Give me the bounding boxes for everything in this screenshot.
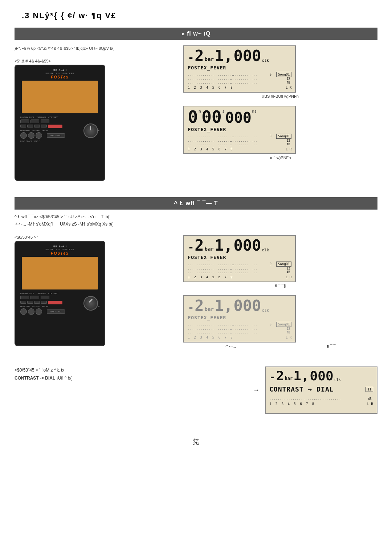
section-2-content: <$0/53"45 > ' MR-8mkII DIGITAL MULTITRAC… bbox=[0, 230, 392, 354]
ctrl-btn-2-4[interactable] bbox=[41, 301, 47, 304]
lcd-3-minus: - bbox=[188, 242, 194, 252]
ctrl-btn-2-3[interactable] bbox=[34, 301, 40, 304]
lcd-2-marker2: 12 bbox=[286, 139, 291, 142]
lcd-3-track1: .....................…........... 0 Song… bbox=[188, 262, 291, 267]
lcd-1-minus: - bbox=[188, 53, 194, 63]
lcd-2-ms: ms bbox=[252, 109, 257, 113]
lcd-4-track3: ....................…............ 4B bbox=[188, 331, 291, 334]
lcd-3-dots3: ....................…............ bbox=[188, 271, 285, 274]
lcd-panel-1: - 2 bar 1, 000 clk FOSTEX_FEVER ........… bbox=[183, 45, 296, 93]
ctrl-btn-3[interactable] bbox=[34, 125, 40, 127]
lcd-c-digits: 000 bbox=[310, 369, 334, 382]
section-2-header: ^ Ł wfl ¯ ¯— T bbox=[15, 197, 377, 210]
lcd-3-marker1: 0 bbox=[270, 263, 275, 266]
lcd-4-dots2: ....................…............ bbox=[188, 327, 285, 331]
lcd-2-track1: .....................…........... 0 Song… bbox=[188, 134, 291, 139]
lcd-1-tracks: .....................…........... 0 Song… bbox=[188, 72, 291, 84]
btn-bri-2[interactable] bbox=[36, 308, 42, 315]
btn-natural-label-2: NATURAL bbox=[32, 305, 40, 308]
lcd-4-annotation2: fl ¯ ¯ bbox=[327, 344, 336, 348]
lcd-2-songbox: Song01 bbox=[276, 134, 292, 139]
lcd-3-bar: bar bbox=[205, 246, 214, 252]
lcd-4-marker1: 0 bbox=[270, 323, 275, 326]
lcd-2-numbers: 1 2 3 4 5 6 7 8 bbox=[188, 147, 233, 151]
lcd-4-dots1: .....................…........... bbox=[188, 323, 268, 326]
btn-bri[interactable] bbox=[36, 132, 42, 139]
lcd-c-lr: L R bbox=[367, 402, 373, 406]
lcd-4-digits: 000 bbox=[233, 298, 261, 313]
lcd-c-marker3: 4B bbox=[368, 397, 373, 401]
btn-nat[interactable] bbox=[28, 132, 34, 139]
btn-mastering[interactable]: MASTERING bbox=[47, 133, 65, 138]
lcd-4-marker2: 12 bbox=[286, 327, 291, 331]
lcd-display-3: - 2 bar 1, 000 clk FOSTEX_FEVER ........… bbox=[183, 235, 377, 288]
lcd-c-meter: 1 2 3 4 5 6 7 8 L R bbox=[269, 402, 373, 406]
lcd-1-dots3: ....................…............ bbox=[188, 81, 285, 84]
section-1-right: - 2 bar 1, 000 clk FOSTEX_FEVER ........… bbox=[183, 45, 377, 160]
lcd-4-comma: 1, bbox=[215, 298, 233, 313]
btn-bright-label: BRIGHT bbox=[42, 129, 49, 131]
section-1-left: )PNFh w 6p <5*.& #"4& 4&-&$5> ' !b]qtz» … bbox=[15, 45, 176, 181]
btn-bright-label-2: BRIGHT bbox=[42, 305, 49, 308]
btn-bounce[interactable] bbox=[48, 125, 62, 128]
contrast-arrow-panel: → - 2 har 1, 000 clk CONTRAST → DIAL 11 bbox=[253, 366, 377, 414]
lcd-2-lr: L R bbox=[286, 147, 291, 151]
lcd-c-num: 2 bbox=[276, 369, 284, 382]
lcd-2-m: m bbox=[199, 109, 201, 113]
mr8-device-1: MR-8mkII DIGITAL MULTITRACKER FOSTex RHY… bbox=[15, 65, 105, 181]
lcd-2-dots1: .....................…........... bbox=[188, 135, 268, 138]
lcd-4-tracks: .....................…........... 0 Song… bbox=[188, 322, 291, 334]
section-1-description: )PNFh w 6p <5*.& #"4& 4&-&$5> ' !b]qtz» … bbox=[15, 45, 176, 52]
ctrl-btn-2-1[interactable] bbox=[20, 301, 26, 304]
lcd-4-bar: bar bbox=[205, 306, 214, 312]
lcd-1-clk: clk bbox=[262, 58, 269, 63]
btn-bounce-2[interactable] bbox=[48, 301, 62, 304]
btn-contrast[interactable] bbox=[41, 119, 49, 123]
btn-timebase-2[interactable] bbox=[30, 296, 39, 299]
contrast-label-bold: CONTRAST -> DIAL bbox=[15, 376, 55, 381]
lcd-1-songbox: Song01 bbox=[276, 72, 292, 77]
lcd-1-annotation: #BS #FBUfl w)PNFh bbox=[183, 94, 377, 98]
btn-rhythm-2[interactable] bbox=[20, 296, 29, 299]
sec2-line1: ^ Ł wfl ¯ ¯xz <$0/53"45 > ' !'sU z·ª ‹~.… bbox=[15, 213, 377, 220]
lcd-4-minus: - bbox=[188, 303, 194, 313]
lcd-c-main-row: CONTRAST → DIAL 11 bbox=[269, 385, 373, 393]
ctrl-btn-2[interactable] bbox=[27, 125, 33, 127]
btn-nat-2[interactable] bbox=[28, 308, 34, 315]
device-subtitle-1: DIGITAL MULTITRACKER bbox=[19, 72, 101, 74]
main-dial-1[interactable] bbox=[83, 123, 98, 138]
lcd-1-track2: ....................…............ 12 bbox=[188, 77, 291, 81]
lcd-3-track2: ....................…............ 12 bbox=[188, 267, 291, 270]
lcd-1-track3: ....................…............ 4B bbox=[188, 81, 291, 84]
ctrl-btn-4[interactable] bbox=[41, 125, 47, 127]
device-model-1: MR-8mkII bbox=[19, 69, 101, 72]
btn-pow-2[interactable] bbox=[20, 308, 27, 315]
contrast-dial-text: CONTRAST → DIAL bbox=[269, 385, 364, 393]
lcd-1-title: FOSTEX_FEVER bbox=[188, 65, 291, 70]
lcd-2-triplezero: 000 bbox=[225, 110, 252, 125]
main-dial-2[interactable] bbox=[83, 296, 98, 311]
lcd-3-dots2: ....................…............ bbox=[188, 267, 285, 270]
sec2-line2: ·ª ‹~... -M† s'oMXqfl ¯ ¯U§Xs zS -M† s'o… bbox=[15, 220, 377, 228]
btn-rhythm[interactable] bbox=[20, 119, 29, 123]
btn-contrast-2[interactable] bbox=[41, 296, 49, 299]
lcd-4-annotation1: ·ª ‹~... bbox=[225, 344, 236, 348]
ctrl-btn-2-2[interactable] bbox=[27, 301, 33, 304]
lcd-1-marker1: 0 bbox=[270, 73, 275, 76]
ctrl-btn-1[interactable] bbox=[20, 125, 26, 127]
lcd-1-meter: 1 2 3 4 5 6 7 8 L R bbox=[188, 86, 291, 89]
lcd-3-marker3: 4B bbox=[286, 271, 291, 274]
btn-pow[interactable] bbox=[20, 132, 27, 139]
lcd-panel-2: 0 m 00 s 000 ms FOSTEX_FEVER ...........… bbox=[183, 106, 296, 154]
lcd-c-bar: har bbox=[285, 376, 293, 381]
lcd-2-title: FOSTEX_FEVER bbox=[188, 127, 291, 132]
lcd-1-num: 2 bbox=[195, 48, 204, 64]
section-1: » fl w~ ıQ )PNFh w 6p <5*.& #"4& 4&-&$5>… bbox=[0, 28, 392, 186]
lcd-2-dots3: ....................…............ bbox=[188, 143, 285, 146]
lcd-panel-3: - 2 bar 1, 000 clk FOSTEX_FEVER ........… bbox=[183, 235, 296, 282]
dial-pointer-2 bbox=[89, 299, 93, 303]
btn-contrast-label: CONTRAST bbox=[48, 116, 58, 118]
lbl-space: SPACE bbox=[26, 140, 32, 142]
btn-mastering-2[interactable]: MASTERING bbox=[47, 309, 65, 314]
btn-timebase[interactable] bbox=[30, 119, 39, 123]
